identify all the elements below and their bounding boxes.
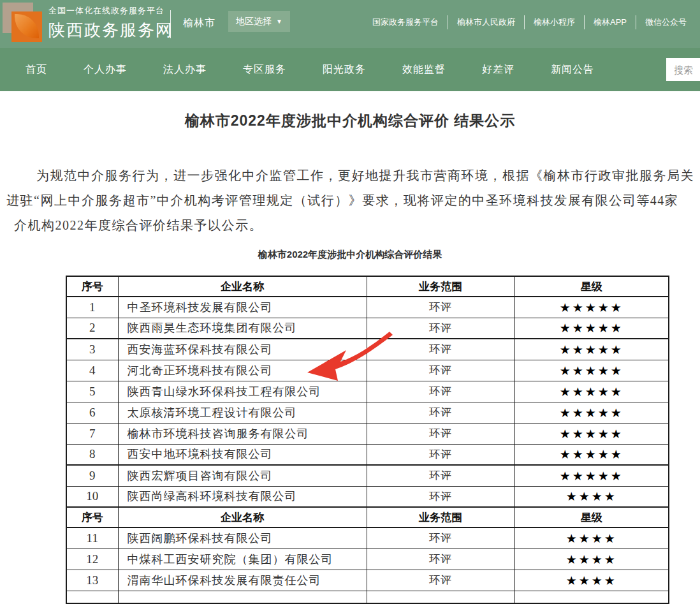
top-link-wechat-official[interactable]: 微信公众号 bbox=[636, 15, 696, 29]
table-row: 8西安中地环境科技有限公司环评★★★★★ bbox=[66, 444, 669, 465]
brand-divider bbox=[170, 10, 171, 38]
top-link-yulin-mini-program[interactable]: 榆林小程序 bbox=[524, 15, 584, 29]
cell-serial: 8 bbox=[66, 444, 118, 465]
cell-business-scope: 环评 bbox=[367, 444, 514, 465]
table-row: 12中煤科工西安研究院（集团）有限公司环评★★★★ bbox=[66, 549, 669, 570]
table-row: 1中圣环境科技发展有限公司环评★★★★★ bbox=[66, 297, 669, 318]
cell-company-name: 太原核清环境工程设计有限公司 bbox=[118, 402, 367, 423]
search-input[interactable] bbox=[666, 58, 700, 81]
column-header: 星级 bbox=[514, 507, 669, 527]
table-row: 13渭南华山环保科技发展有限责任公司环评★★★★ bbox=[66, 570, 669, 591]
cell-serial: 2 bbox=[66, 318, 118, 339]
cell-business-scope: 环评 bbox=[367, 402, 514, 423]
cell-empty bbox=[118, 591, 367, 603]
cell-serial: 4 bbox=[66, 360, 118, 381]
cell-business-scope: 环评 bbox=[367, 549, 514, 570]
cell-serial: 10 bbox=[66, 486, 118, 507]
cell-company-name: 陕西雨昊生态环境集团有限公司 bbox=[118, 318, 367, 339]
cell-star-rating: ★★★★ bbox=[514, 527, 669, 549]
current-city-label: 榆林市 bbox=[183, 17, 215, 30]
region-selector-label: 地区选择 bbox=[236, 16, 272, 27]
cell-star-rating: ★★★★ bbox=[514, 570, 669, 591]
cell-business-scope: 环评 bbox=[367, 297, 514, 318]
platform-tagline: 全国一体化在线政务服务平台 bbox=[48, 5, 173, 17]
site-logo[interactable] bbox=[3, 3, 43, 43]
top-link-yulin-app[interactable]: 榆林APP bbox=[584, 15, 636, 29]
column-header: 序号 bbox=[66, 276, 118, 297]
table-row: 7榆林市环境科技咨询服务有限公司环评★★★★★ bbox=[66, 423, 669, 444]
nav-item-legal-entity-affairs[interactable]: 法人办事 bbox=[163, 63, 207, 77]
cell-business-scope: 环评 bbox=[367, 381, 514, 402]
nav-item-zone-services[interactable]: 专区服务 bbox=[243, 63, 286, 77]
cell-serial: 11 bbox=[66, 527, 118, 549]
cell-business-scope: 环评 bbox=[367, 527, 514, 549]
cell-star-rating: ★★★★★ bbox=[514, 465, 669, 486]
cell-empty bbox=[367, 591, 514, 603]
cell-company-name: 西安中地环境科技有限公司 bbox=[118, 444, 367, 465]
table-row: 10陕西尚绿高科环境科技有限公司环评★★★★ bbox=[66, 486, 669, 507]
nav-item-news-announcements[interactable]: 新闻公告 bbox=[551, 63, 594, 77]
site-header: 全国一体化在线政务服务平台 陕西政务服务网 榆林市 地区选择 ▼ 国家政务服务平… bbox=[0, 0, 700, 48]
cell-company-name: 中煤科工西安研究院（集团）有限公司 bbox=[118, 549, 367, 570]
cell-business-scope: 环评 bbox=[367, 360, 514, 381]
column-header: 企业名称 bbox=[118, 276, 367, 297]
column-header: 业务范围 bbox=[367, 507, 514, 527]
top-link-yulin-city-gov[interactable]: 榆林市人民政府 bbox=[448, 15, 524, 29]
nav-item-personal-affairs[interactable]: 个人办事 bbox=[84, 63, 127, 77]
paragraph-line: 为规范中介服务行为，进一步强化中介监管工作，更好地提升我市营商环境，根据《榆林市… bbox=[0, 163, 700, 188]
cell-company-name: 榆林市环境科技咨询服务有限公司 bbox=[118, 423, 367, 444]
cell-serial: 7 bbox=[66, 423, 118, 444]
paragraph-line: 进驻“网上中介服务超市”中介机构考评管理规定（试行）》要求，现将评定的中圣环境科… bbox=[0, 188, 700, 213]
cell-company-name: 陕西阔鹏环保科技有限公司 bbox=[118, 527, 367, 549]
cell-star-rating: ★★★★★ bbox=[514, 381, 669, 402]
cell-business-scope: 环评 bbox=[367, 465, 514, 486]
nav-items: 首页个人办事法人办事专区服务阳光政务效能监督好差评新闻公告 bbox=[26, 48, 594, 91]
main-navigation: 首页个人办事法人办事专区服务阳光政务效能监督好差评新闻公告 bbox=[0, 48, 700, 91]
evaluation-table: 序号企业名称业务范围星级1中圣环境科技发展有限公司环评★★★★★2陕西雨昊生态环… bbox=[66, 276, 669, 604]
nav-item-efficiency-supervision[interactable]: 效能监督 bbox=[402, 63, 446, 77]
cell-serial: 1 bbox=[66, 297, 118, 318]
chevron-down-icon: ▼ bbox=[276, 18, 282, 25]
page-title: 榆林市2022年度涉批中介机构综合评价 结果公示 bbox=[0, 111, 700, 131]
cell-company-name: 陕西青山绿水环保科技工程有限公司 bbox=[118, 381, 367, 402]
cell-star-rating: ★★★★★ bbox=[514, 339, 669, 360]
table-row: 5陕西青山绿水环保科技工程有限公司环评★★★★★ bbox=[66, 381, 669, 402]
cell-star-rating: ★★★★★ bbox=[514, 318, 669, 339]
cell-serial: 9 bbox=[66, 465, 118, 486]
table-header-row: 序号企业名称业务范围星级 bbox=[66, 276, 669, 297]
announcement-paragraph: 为规范中介服务行为，进一步强化中介监管工作，更好地提升我市营商环境，根据《榆林市… bbox=[0, 163, 700, 238]
cell-star-rating: ★★★★★ bbox=[514, 402, 669, 423]
cell-business-scope: 环评 bbox=[367, 423, 514, 444]
cell-star-rating: ★★★★ bbox=[514, 549, 669, 570]
cell-business-scope: 环评 bbox=[367, 318, 514, 339]
table-row: 4河北奇正环境科技有限公司环评★★★★★ bbox=[66, 360, 669, 381]
column-header: 企业名称 bbox=[118, 507, 367, 527]
table-row: 11陕西阔鹏环保科技有限公司环评★★★★ bbox=[66, 527, 669, 549]
column-header: 业务范围 bbox=[367, 276, 514, 297]
table-row: 2陕西雨昊生态环境集团有限公司环评★★★★★ bbox=[66, 318, 669, 339]
cell-company-name: 陕西尚绿高科环境科技有限公司 bbox=[118, 486, 367, 507]
cell-empty bbox=[514, 591, 669, 603]
nav-item-sunshine-gov[interactable]: 阳光政务 bbox=[323, 63, 366, 77]
cell-serial: 5 bbox=[66, 381, 118, 402]
cell-company-name: 河北奇正环境科技有限公司 bbox=[118, 360, 367, 381]
top-link-national-gov-platform[interactable]: 国家政务服务平台 bbox=[363, 15, 448, 29]
cell-serial: 13 bbox=[66, 570, 118, 591]
table-row-partial bbox=[66, 591, 669, 603]
cell-company-name: 西安海蓝环保科技有限公司 bbox=[118, 339, 367, 360]
cell-star-rating: ★★★★ bbox=[514, 486, 669, 507]
evaluation-table-body: 序号企业名称业务范围星级1中圣环境科技发展有限公司环评★★★★★2陕西雨昊生态环… bbox=[66, 276, 669, 603]
cell-star-rating: ★★★★★ bbox=[514, 360, 669, 381]
table-header-row: 序号企业名称业务范围星级 bbox=[66, 507, 669, 527]
cell-star-rating: ★★★★★ bbox=[514, 423, 669, 444]
cell-company-name: 渭南华山环保科技发展有限责任公司 bbox=[118, 570, 367, 591]
cell-business-scope: 环评 bbox=[367, 570, 514, 591]
paragraph-line: 介机构2022年度综合评价结果予以公示。 bbox=[0, 213, 700, 238]
column-header: 序号 bbox=[66, 507, 118, 527]
top-links: 国家政务服务平台榆林市人民政府榆林小程序榆林APP微信公众号注册 bbox=[363, 15, 700, 29]
region-selector-button[interactable]: 地区选择 ▼ bbox=[228, 11, 290, 32]
table-caption: 榆林市2022年度涉批中介机构综合评价结果 bbox=[0, 249, 700, 261]
nav-item-home[interactable]: 首页 bbox=[26, 63, 47, 77]
nav-item-rating[interactable]: 好差评 bbox=[482, 63, 514, 77]
cell-empty bbox=[66, 591, 118, 603]
